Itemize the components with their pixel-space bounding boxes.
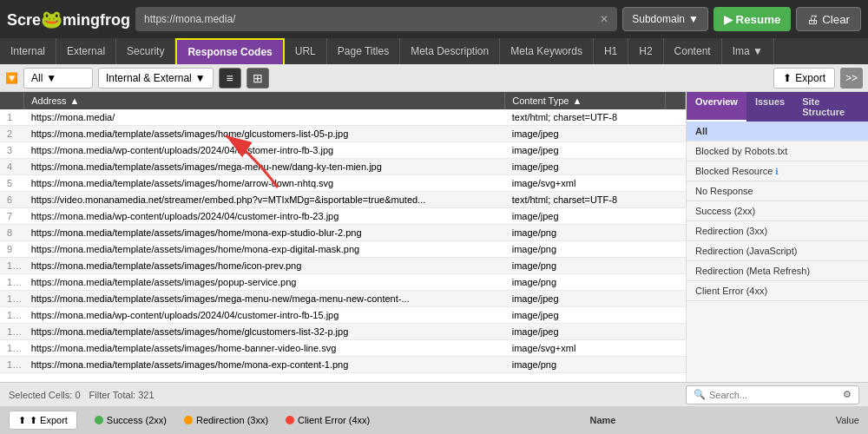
tab-meta-keywords[interactable]: Meta Keywords (500, 38, 594, 64)
more-button[interactable]: >> (840, 68, 863, 89)
success-dot (95, 416, 103, 424)
legend-redirection: Redirection (3xx) (184, 415, 268, 425)
all-filter-dropdown[interactable]: All ▼ (23, 68, 93, 89)
tab-images[interactable]: Ima ▼ (722, 38, 774, 64)
bottom-value-label: Value (836, 415, 859, 425)
row-number: 10 (0, 258, 24, 274)
subdomain-dropdown[interactable]: Subdomain ▼ (622, 7, 708, 31)
filter-options-icon[interactable]: ⚙ (843, 389, 852, 400)
address-col-label: Address (31, 95, 66, 106)
client-error-label: Client Error (4xx) (298, 415, 370, 425)
row-extra (665, 126, 685, 142)
more-icon: >> (845, 72, 858, 84)
search-input[interactable] (709, 390, 839, 400)
table-row[interactable]: 8 https://mona.media/template/assets/ima… (0, 225, 686, 241)
table-scroll[interactable]: Address ▲ Content Type ▲ (0, 92, 686, 382)
row-content-type: text/html; charset=UTF-8 (505, 192, 666, 208)
tab-external[interactable]: External (56, 38, 116, 64)
content-col-label: Content Type (512, 95, 569, 106)
close-icon[interactable]: ✕ (600, 13, 608, 25)
row-number: 9 (0, 241, 24, 258)
col-header-address[interactable]: Address ▲ (24, 92, 505, 109)
row-number: 3 (0, 142, 24, 159)
export-button[interactable]: ⬆ Export (773, 68, 835, 89)
row-content-type: image/png (505, 357, 666, 373)
tab-meta-description[interactable]: Meta Description (400, 38, 500, 64)
row-content-type: image/jpeg (505, 159, 666, 175)
right-panel: Overview Issues Site Structure All Block… (686, 92, 868, 382)
tab-site-structure[interactable]: Site Structure (793, 92, 868, 122)
filter-item-no-response[interactable]: No Response (687, 181, 868, 201)
row-content-type: image/jpeg (505, 142, 666, 159)
tab-security[interactable]: Security (116, 38, 175, 64)
bottom-export-button[interactable]: ⬆ ⬆ Export (9, 411, 77, 430)
table-row[interactable]: 5 https://mona.media/template/assets/ima… (0, 175, 686, 192)
pipe-filter-dropdown[interactable]: Internal & External ▼ (98, 68, 214, 89)
table-row[interactable]: 15 https://mona.media/template/assets/im… (0, 340, 686, 357)
filter-item-redirection-js[interactable]: Redirection (JavaScript) (687, 241, 868, 261)
table-row[interactable]: 1 https://mona.media/ text/html; charset… (0, 109, 686, 126)
filter-item-all[interactable]: All (687, 122, 868, 141)
table-row[interactable]: 2 https://mona.media/template/assets/ima… (0, 126, 686, 142)
export-label: ⬆ Export (30, 415, 68, 426)
table-row[interactable]: 4 https://mona.media/template/assets/ima… (0, 159, 686, 175)
grid-view-button[interactable]: ⊞ (247, 68, 269, 89)
filter-item-redirection-3xx[interactable]: Redirection (3xx) (687, 221, 868, 241)
row-extra (665, 159, 685, 175)
list-view-button[interactable]: ≡ (219, 68, 241, 89)
tab-overview[interactable]: Overview (687, 92, 746, 122)
row-address: https://mona.media/template/assets/image… (24, 159, 505, 175)
table-row[interactable]: 6 https://video.monanamedia.net/streamer… (0, 192, 686, 208)
row-number: 11 (0, 274, 24, 291)
tab-content[interactable]: Content (664, 38, 722, 64)
table-row[interactable]: 13 https://mona.media/wp-content/uploads… (0, 307, 686, 324)
row-content-type: image/png (505, 258, 666, 274)
tab-internal[interactable]: Internal (0, 38, 56, 64)
row-number: 12 (0, 291, 24, 307)
row-extra (665, 109, 685, 126)
success-label: Success (2xx) (107, 415, 167, 425)
filter-item-blocked-robots[interactable]: Blocked by Robots.txt (687, 141, 868, 161)
client-error-dot (286, 416, 294, 424)
row-content-type: image/jpeg (505, 291, 666, 307)
selected-cells-label: Selected Cells: 0 (9, 390, 81, 400)
row-extra (665, 340, 685, 357)
row-number: 1 (0, 109, 24, 126)
resume-button[interactable]: ▶ Resume (713, 7, 792, 31)
table-row[interactable]: 12 https://mona.media/template/assets/im… (0, 291, 686, 307)
row-extra (665, 192, 685, 208)
table-row[interactable]: 9 https://mona.media/template/assets/ima… (0, 241, 686, 258)
tab-url[interactable]: URL (285, 38, 327, 64)
status-bar: Selected Cells: 0 Filter Total: 321 🔍 ⚙ (0, 382, 868, 406)
table-row[interactable]: 10 https://mona.media/template/assets/im… (0, 258, 686, 274)
filter-item-blocked-resource[interactable]: Blocked Resource ℹ (687, 161, 868, 181)
right-panel-tabs: Overview Issues Site Structure (687, 92, 868, 122)
filter-item-success-2xx[interactable]: Success (2xx) (687, 201, 868, 221)
table-row[interactable]: 11 https://mona.media/template/assets/im… (0, 274, 686, 291)
col-header-content[interactable]: Content Type ▲ (505, 92, 666, 109)
table-row[interactable]: 14 https://mona.media/template/assets/im… (0, 324, 686, 340)
tab-h2[interactable]: H2 (628, 38, 663, 64)
sort-icon: ▲ (572, 95, 582, 106)
resume-label: ▶ Resume (724, 13, 781, 26)
row-number: 5 (0, 175, 24, 192)
row-number: 13 (0, 307, 24, 324)
tab-issues[interactable]: Issues (746, 92, 793, 122)
tab-response-codes[interactable]: Response Codes (175, 38, 284, 64)
row-extra (665, 142, 685, 159)
tab-page-titles[interactable]: Page Titles (327, 38, 400, 64)
filter-item-redirection-meta[interactable]: Redirection (Meta Refresh) (687, 261, 868, 281)
search-box[interactable]: 🔍 ⚙ (686, 385, 859, 404)
export-icon: ⬆ (783, 72, 792, 84)
table-row[interactable]: 7 https://mona.media/wp-content/uploads/… (0, 208, 686, 225)
table-row[interactable]: 3 https://mona.media/wp-content/uploads/… (0, 142, 686, 159)
table-row[interactable]: 16 https://mona.media/template/assets/im… (0, 357, 686, 373)
tab-h1[interactable]: H1 (594, 38, 628, 64)
redirection-label: Redirection (3xx) (196, 415, 268, 425)
row-extra (665, 175, 685, 192)
clear-button[interactable]: 🖨 Clear (796, 7, 861, 31)
row-extra (665, 258, 685, 274)
filter-item-client-error-4xx[interactable]: Client Error (4xx) (687, 281, 868, 301)
row-extra (665, 291, 685, 307)
url-bar[interactable]: https://mona.media/ ✕ (135, 7, 617, 31)
